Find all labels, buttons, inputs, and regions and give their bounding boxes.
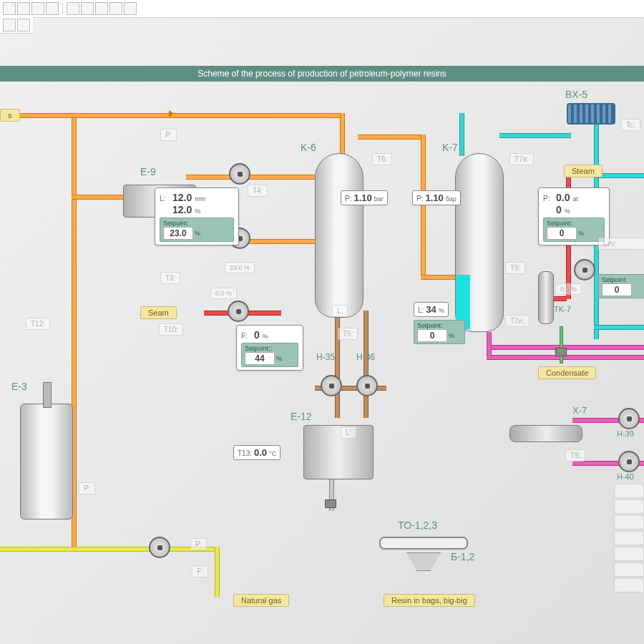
output-k7p: 0.0 % xyxy=(555,283,582,295)
label-steam: Steam xyxy=(564,165,602,177)
setpoint-lev[interactable]: Setpoint: 0 xyxy=(598,274,644,298)
valve-e12-out[interactable] xyxy=(325,499,336,508)
pump-inline-1[interactable] xyxy=(229,163,250,185)
label-e3: E-3 xyxy=(11,381,27,392)
tool-a-icon[interactable] xyxy=(3,19,16,31)
card-lev[interactable]: Lev: xyxy=(598,238,644,250)
pump-h36[interactable] xyxy=(356,375,378,396)
pipe-brown xyxy=(335,311,340,418)
label-k7: K-7 xyxy=(442,142,458,153)
card-e9-level[interactable]: L:12.0mm 12.0% Setpoint: 23.0% xyxy=(155,187,239,245)
setpoint-k7l[interactable]: Setpoint: 0% xyxy=(414,320,465,344)
tag-k6-pressure[interactable]: P:1.10bar xyxy=(341,190,388,205)
toolbar-secondary xyxy=(0,17,33,34)
tag-k7-level[interactable]: L:34% xyxy=(414,302,449,317)
val: 12.0 xyxy=(172,192,192,203)
tank-e12[interactable] xyxy=(303,425,374,479)
label-bx5: BX-5 xyxy=(565,89,587,100)
furnace-stack xyxy=(43,382,52,408)
label-e12: E-12 xyxy=(291,411,312,422)
scada-canvas: E-9 K-6 K-7 BX-5 TK-7 E-3 E-12 H-35 H-36… xyxy=(0,82,644,644)
column-k6[interactable] xyxy=(315,153,364,318)
tag-k7-pressure[interactable]: P:1.10бар xyxy=(412,190,461,205)
pump-inline-5[interactable] xyxy=(149,537,170,558)
cooler-bx5[interactable] xyxy=(567,103,615,125)
tool-arrow-icon[interactable] xyxy=(46,2,59,15)
pipe-yellow xyxy=(0,547,72,552)
pump-inline-4[interactable] xyxy=(574,259,595,280)
faded-p3: P: xyxy=(190,538,207,550)
pipe-cyan xyxy=(499,133,571,138)
pump-h40[interactable] xyxy=(618,451,640,472)
pipe-orange xyxy=(186,175,315,180)
setpoint-block[interactable]: Setpoint: 0% xyxy=(543,218,605,242)
faded-l: L: xyxy=(332,305,348,317)
label-condensate: Condensate xyxy=(538,366,596,379)
faded-t10: T10: xyxy=(159,323,183,336)
pipe-orange xyxy=(358,135,422,140)
pump-h39[interactable] xyxy=(618,408,640,429)
label-k6: K-6 xyxy=(301,142,316,153)
label-h40: H-40 xyxy=(617,472,634,481)
label-h39: H-39 xyxy=(617,429,634,438)
pump-inline-3[interactable] xyxy=(228,301,249,322)
card-k7-pressure[interactable]: P:0.0at 0% Setpoint: 0% xyxy=(538,187,610,245)
pipe-orange xyxy=(421,135,426,278)
pipe-orange xyxy=(0,113,172,118)
tag-t13[interactable]: T13:0.0°C xyxy=(233,445,280,460)
pipe-cyan xyxy=(459,113,464,156)
card-flow-f[interactable]: F:0% Setpoint:: 44% xyxy=(236,325,303,371)
faded-t7n: T7н: xyxy=(505,315,530,327)
pipe-brown xyxy=(364,311,369,418)
faded-p: P: xyxy=(160,129,177,141)
diagram-title: Scheme of the process of production of p… xyxy=(0,66,644,82)
label-to123: TO-1,2,3 xyxy=(398,519,437,531)
tool-script-icon[interactable] xyxy=(124,2,137,15)
tool-line-icon[interactable] xyxy=(31,2,44,15)
exchanger-x7[interactable] xyxy=(509,425,582,442)
output-f: 0.0 % xyxy=(210,288,237,299)
tool-tile-icon[interactable] xyxy=(95,2,108,15)
setpoint-block[interactable]: Setpoint:: 44% xyxy=(241,343,298,367)
tool-doc-icon[interactable] xyxy=(3,2,16,15)
label-x7: X-7 xyxy=(572,405,587,416)
pipe-orange xyxy=(172,113,343,118)
faded-t7v: T7в: xyxy=(509,153,534,165)
faded-t6: T6: xyxy=(372,153,392,165)
pipe-yellow xyxy=(215,547,220,597)
tool-window-icon[interactable] xyxy=(81,2,94,15)
faded-t8: T8: xyxy=(505,262,525,274)
faded-t5: T5: xyxy=(338,328,358,340)
label-seam: Seam xyxy=(140,306,177,319)
tool-refresh-icon[interactable] xyxy=(17,2,30,15)
label-natural-gas: Natural gas xyxy=(233,594,289,607)
pipe-cyan xyxy=(594,325,644,330)
label-s: s xyxy=(0,109,20,122)
hopper-b12[interactable] xyxy=(406,552,441,571)
faded-f2: F: xyxy=(192,565,208,577)
separator xyxy=(62,3,63,14)
faded-t4: T4: xyxy=(248,185,268,197)
tool-print-icon[interactable] xyxy=(67,2,79,15)
faded-t3: T3: xyxy=(160,272,180,284)
tool-b-icon[interactable] xyxy=(17,19,30,31)
pipe-magenta xyxy=(487,332,492,356)
faded-t12: T12: xyxy=(26,318,50,330)
pipe-green xyxy=(560,326,563,364)
label-b12: Б-1,2 xyxy=(451,551,474,562)
label-h36: H-36 xyxy=(356,352,375,362)
val: 12.0 xyxy=(172,204,192,215)
blank-list xyxy=(614,482,644,594)
faded-l2: L: xyxy=(341,426,356,439)
setpoint-block[interactable]: Setpoint: 23.0% xyxy=(160,218,234,242)
conveyor-to123[interactable] xyxy=(379,537,468,550)
exchanger-tk7[interactable] xyxy=(538,271,554,324)
pump-h35[interactable] xyxy=(321,375,342,396)
tool-cascade-icon[interactable] xyxy=(109,2,122,15)
label-e9: E-9 xyxy=(140,166,156,177)
valve-condensate[interactable] xyxy=(555,348,567,356)
toolbar-main xyxy=(0,0,644,18)
label-resin: Resin in bags, big-big xyxy=(384,594,475,607)
label-h35: H-35 xyxy=(316,352,335,362)
furnace-e3[interactable] xyxy=(20,404,73,519)
